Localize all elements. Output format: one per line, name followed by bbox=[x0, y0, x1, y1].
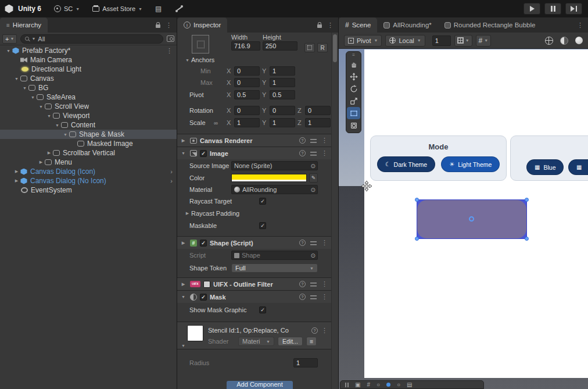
grid-visibility-dropdown[interactable]: ▼ bbox=[454, 35, 472, 47]
layers-icon[interactable]: ▤ bbox=[407, 381, 412, 388]
rotate-tool-button[interactable] bbox=[347, 83, 360, 95]
shape-enabled-checkbox[interactable]: ✓ bbox=[200, 240, 207, 247]
component-header-uifx-outline-filter[interactable]: ▶ UIFX UIFX - Outline Filter ? ⋮ bbox=[177, 277, 331, 290]
foldout-collapsed-icon[interactable]: ▶ bbox=[45, 151, 53, 155]
pivot-handle[interactable] bbox=[469, 216, 474, 222]
hierarchy-item-canvas[interactable]: ▼Canvas bbox=[0, 74, 177, 83]
palette-grip-icon[interactable]: ≡ bbox=[352, 52, 355, 58]
grid-icon[interactable]: # bbox=[367, 381, 370, 388]
foldout-collapsed-icon[interactable]: ▶ bbox=[13, 179, 20, 183]
hierarchy-item-scroll-view[interactable]: ▼Scroll View bbox=[0, 102, 177, 111]
anchors-foldout[interactable]: ▼ Anchors bbox=[177, 55, 331, 65]
kebab-menu-icon[interactable]: ⋮ bbox=[577, 22, 583, 29]
corner-handle[interactable] bbox=[415, 198, 419, 202]
kebab-menu-icon[interactable]: ⋮ bbox=[321, 137, 328, 144]
scene-viewport[interactable]: Mode ☾ Dark Theme ☀ Light Theme ▦ Blue bbox=[339, 49, 588, 389]
step-button[interactable] bbox=[565, 3, 582, 15]
shader-dropdown[interactable]: Materi ▼ bbox=[238, 337, 274, 346]
uifx-enabled-checkbox[interactable] bbox=[203, 281, 210, 288]
foldout-collapsed-icon[interactable]: ▶ bbox=[37, 160, 45, 165]
height-input[interactable]: 250 bbox=[263, 41, 297, 51]
raycast-target-checkbox[interactable]: ✓ bbox=[259, 198, 266, 205]
edit-shader-button[interactable]: Edit... bbox=[278, 337, 303, 346]
corner-handle[interactable] bbox=[525, 237, 529, 241]
hierarchy-item-bg[interactable]: ▼BG bbox=[0, 83, 177, 92]
tab-scene[interactable]: # Scene bbox=[339, 17, 377, 33]
anchor-max-x-input[interactable]: 0 bbox=[234, 78, 260, 87]
skybox-toggle-icon[interactable] bbox=[575, 37, 583, 44]
kebab-menu-icon[interactable]: ⋮ bbox=[321, 239, 328, 247]
color-swatch[interactable] bbox=[231, 174, 307, 182]
hierarchy-item-prefab-factory[interactable]: ▼Prefab Factory*⋮ bbox=[0, 46, 177, 55]
kebab-menu-icon[interactable]: ⋮ bbox=[321, 149, 328, 157]
foldout-collapsed-icon[interactable]: ▶ bbox=[180, 241, 187, 245]
presets-icon[interactable] bbox=[310, 240, 317, 245]
foldout-expanded-icon[interactable]: ▼ bbox=[45, 114, 53, 118]
tool-handle-position-dropdown[interactable]: Pivot ▼ bbox=[344, 35, 382, 47]
prefab-open-chevron-icon[interactable]: › bbox=[170, 168, 173, 175]
pivot-y-input[interactable]: 0.5 bbox=[270, 90, 295, 99]
component-header-mask[interactable]: ▼ ✓ Mask ? ⋮ bbox=[177, 290, 331, 303]
lock-icon[interactable] bbox=[156, 24, 160, 28]
scrollbar-thumb[interactable] bbox=[333, 34, 337, 62]
foldout-expanded-icon[interactable]: ▼ bbox=[13, 77, 20, 81]
inspector-scrollbar[interactable] bbox=[331, 33, 338, 389]
anchor-min-x-input[interactable]: 0 bbox=[234, 66, 260, 76]
window-layout-icon[interactable]: ▤ bbox=[155, 5, 162, 13]
overlay-grip-icon[interactable] bbox=[345, 383, 349, 387]
asset-store-dropdown[interactable]: Asset Store ▼ bbox=[92, 5, 142, 12]
raw-edit-mode-button[interactable]: R bbox=[317, 43, 328, 52]
help-icon[interactable]: ? bbox=[299, 240, 306, 246]
corner-handle[interactable] bbox=[525, 198, 529, 202]
hierarchy-search-input[interactable]: ▼ All bbox=[20, 34, 163, 44]
tab-rounded-rectangle-bubble[interactable]: Rounded Rectangle Bubble bbox=[438, 17, 542, 33]
presets-icon[interactable] bbox=[310, 294, 317, 299]
foldout-expanded-icon[interactable]: ▼ bbox=[53, 123, 61, 127]
anchor-max-y-input[interactable]: 1 bbox=[270, 78, 295, 87]
hierarchy-item-masked-image[interactable]: Masked Image bbox=[0, 139, 177, 148]
tab-inspector[interactable]: i Inspector bbox=[177, 17, 227, 33]
eyedropper-icon[interactable]: ✎ bbox=[309, 173, 318, 183]
foldout-expanded-icon[interactable]: ▼ bbox=[5, 49, 12, 53]
rect-tool-button[interactable] bbox=[347, 107, 360, 119]
kebab-menu-icon[interactable]: ⋮ bbox=[321, 327, 328, 334]
help-icon[interactable]: ? bbox=[299, 137, 306, 144]
foldout-expanded-icon[interactable]: ▼ bbox=[180, 344, 187, 348]
foldout-expanded-icon[interactable]: ▼ bbox=[29, 95, 37, 99]
pivot-x-input[interactable]: 0.5 bbox=[234, 90, 260, 99]
partial-button[interactable]: ▦ bbox=[568, 159, 588, 175]
component-header-canvas-renderer[interactable]: ▶ Canvas Renderer ? ⋮ bbox=[177, 134, 331, 147]
tool-handle-rotation-dropdown[interactable]: Local ▼ bbox=[385, 35, 425, 47]
material-preview-swatch[interactable] bbox=[187, 325, 203, 341]
tab-hierarchy[interactable]: ≡ Hierarchy bbox=[0, 17, 48, 33]
network-icon[interactable] bbox=[175, 5, 183, 12]
scale-z-input[interactable]: 1 bbox=[305, 118, 331, 127]
account-dropdown[interactable]: SC ▼ bbox=[54, 5, 80, 12]
render-globe-icon[interactable] bbox=[545, 37, 553, 45]
kebab-menu-icon[interactable]: ⋮ bbox=[166, 22, 172, 29]
blueprint-mode-button[interactable] bbox=[304, 43, 315, 52]
object-picker-icon[interactable]: ⊙ bbox=[311, 252, 315, 259]
presets-icon[interactable] bbox=[310, 281, 317, 287]
hierarchy-item-content[interactable]: ▼Content bbox=[0, 120, 177, 130]
scale-x-input[interactable]: 1 bbox=[234, 118, 260, 127]
hierarchy-item-eventsystem[interactable]: EventSystem bbox=[0, 185, 177, 195]
script-object-field[interactable]: Shape ⊙ bbox=[231, 251, 318, 260]
light-theme-button[interactable]: ☀ Light Theme bbox=[441, 156, 500, 172]
corner-handle[interactable] bbox=[415, 237, 419, 241]
prefab-open-chevron-icon[interactable]: › bbox=[170, 177, 173, 184]
scale-tool-button[interactable] bbox=[347, 95, 360, 107]
camera-icon[interactable]: ▣ bbox=[355, 381, 360, 388]
mask-enabled-checkbox[interactable]: ✓ bbox=[200, 294, 207, 301]
image-enabled-checkbox[interactable]: ✓ bbox=[200, 150, 207, 157]
presets-icon[interactable] bbox=[310, 151, 317, 156]
help-icon[interactable]: ? bbox=[311, 327, 318, 334]
hierarchy-item-menu[interactable]: ▶Menu bbox=[0, 158, 177, 167]
play-button[interactable] bbox=[524, 3, 540, 15]
grid-size-input[interactable]: 1 bbox=[432, 35, 451, 46]
scene-picker-icon[interactable] bbox=[167, 35, 174, 42]
material-object-field[interactable]: AllRounding ⊙ bbox=[231, 185, 318, 194]
foldout-collapsed-icon[interactable]: ▶ bbox=[180, 282, 187, 287]
view-tool-button[interactable] bbox=[347, 58, 360, 70]
snap-settings-dropdown[interactable]: # ▼ bbox=[476, 35, 492, 47]
